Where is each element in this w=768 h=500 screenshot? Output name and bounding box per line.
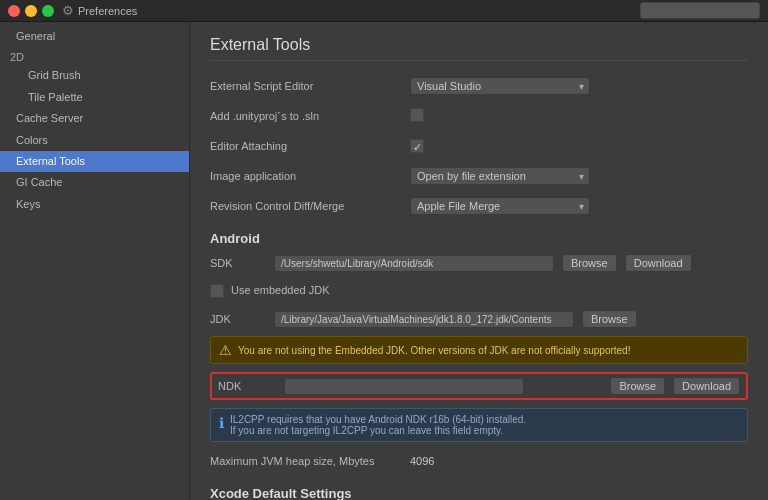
ndk-browse-button[interactable]: Browse: [610, 377, 665, 395]
gear-icon: ⚙: [62, 3, 74, 18]
revision-control-row: Revision Control Diff/Merge Apple File M…: [210, 195, 748, 217]
external-script-editor-select[interactable]: Visual Studio: [410, 77, 590, 95]
revision-control-select[interactable]: Apple File Merge: [410, 197, 590, 215]
sidebar-item-cache-server[interactable]: Cache Server: [0, 108, 189, 129]
jdk-row: JDK Browse: [210, 310, 748, 328]
sdk-row: SDK Browse Download: [210, 254, 748, 272]
sdk-path-input[interactable]: [274, 255, 554, 272]
content-panel: External Tools External Script Editor Vi…: [190, 22, 768, 500]
revision-control-value: Apple File Merge: [410, 197, 748, 215]
ndk-buttons: Browse Download: [606, 377, 740, 395]
image-application-value: Open by file extension: [410, 167, 748, 185]
editor-attaching-row: Editor Attaching: [210, 135, 748, 157]
sidebar-item-keys[interactable]: Keys: [0, 194, 189, 215]
window-title: ⚙ Preferences: [62, 3, 137, 18]
add-unityprojsln-label: Add .unityprojʼs to .sln: [210, 110, 410, 123]
max-jvm-row: Maximum JVM heap size, Mbytes 4096: [210, 450, 748, 472]
use-embedded-jdk-checkbox[interactable]: [210, 284, 224, 298]
sidebar: General 2D Grid Brush Tile Palette Cache…: [0, 22, 190, 500]
editor-attaching-label: Editor Attaching: [210, 140, 410, 152]
ndk-download-button[interactable]: Download: [673, 377, 740, 395]
search-area: [640, 2, 760, 19]
search-input[interactable]: [640, 2, 760, 19]
max-jvm-value: 4096: [410, 455, 748, 467]
revision-control-select-wrapper: Apple File Merge: [410, 197, 590, 215]
ndk-path-input[interactable]: [284, 378, 524, 395]
maximize-button[interactable]: [42, 5, 54, 17]
add-unityprojsln-checkbox[interactable]: [410, 108, 424, 122]
android-section-header: Android: [210, 231, 748, 246]
use-embedded-jdk-row: Use embedded JDK: [210, 280, 748, 302]
minimize-button[interactable]: [25, 5, 37, 17]
window-controls: [8, 5, 54, 17]
ndk-info-banner: ℹ IL2CPP requires that you have Android …: [210, 408, 748, 442]
jdk-browse-button[interactable]: Browse: [582, 310, 637, 328]
sdk-browse-button[interactable]: Browse: [562, 254, 617, 272]
revision-control-label: Revision Control Diff/Merge: [210, 200, 410, 212]
page-title: External Tools: [210, 36, 748, 61]
ndk-info-text: IL2CPP requires that you have Android ND…: [230, 414, 526, 436]
editor-attaching-value: [410, 139, 748, 153]
editor-attaching-checkbox[interactable]: [410, 139, 424, 153]
sidebar-section-2d: 2D: [0, 47, 189, 65]
external-script-editor-row: External Script Editor Visual Studio: [210, 75, 748, 97]
warning-icon: ⚠: [219, 342, 232, 358]
use-embedded-jdk-label: Use embedded JDK: [210, 284, 410, 298]
jdk-warning-banner: ⚠ You are not using the Embedded JDK. Ot…: [210, 336, 748, 364]
jdk-label: JDK: [210, 313, 270, 325]
xcode-section-header: Xcode Default Settings: [210, 486, 748, 500]
external-script-editor-label: External Script Editor: [210, 80, 410, 92]
sidebar-item-external-tools[interactable]: External Tools: [0, 151, 189, 172]
max-jvm-label: Maximum JVM heap size, Mbytes: [210, 455, 410, 467]
sdk-download-button[interactable]: Download: [625, 254, 692, 272]
ndk-row: NDK Browse Download: [210, 372, 748, 400]
image-application-select-wrapper: Open by file extension: [410, 167, 590, 185]
add-unityprojsln-row: Add .unityprojʼs to .sln: [210, 105, 748, 127]
sidebar-item-gi-cache[interactable]: GI Cache: [0, 172, 189, 193]
title-bar: ⚙ Preferences: [0, 0, 768, 22]
main-layout: General 2D Grid Brush Tile Palette Cache…: [0, 22, 768, 500]
close-button[interactable]: [8, 5, 20, 17]
ndk-label: NDK: [218, 380, 278, 392]
sidebar-item-colors[interactable]: Colors: [0, 130, 189, 151]
info-icon: ℹ: [219, 415, 224, 431]
image-application-label: Image application: [210, 170, 410, 182]
sidebar-item-grid-brush[interactable]: Grid Brush: [0, 65, 189, 86]
sidebar-item-tile-palette[interactable]: Tile Palette: [0, 87, 189, 108]
image-application-row: Image application Open by file extension: [210, 165, 748, 187]
external-script-editor-value: Visual Studio: [410, 77, 748, 95]
image-application-select[interactable]: Open by file extension: [410, 167, 590, 185]
external-script-editor-select-wrapper: Visual Studio: [410, 77, 590, 95]
jdk-path-input[interactable]: [274, 311, 574, 328]
warning-text: You are not using the Embedded JDK. Othe…: [238, 345, 630, 356]
sidebar-item-general[interactable]: General: [0, 26, 189, 47]
add-unityprojsln-value: [410, 108, 748, 124]
sdk-label: SDK: [210, 257, 270, 269]
